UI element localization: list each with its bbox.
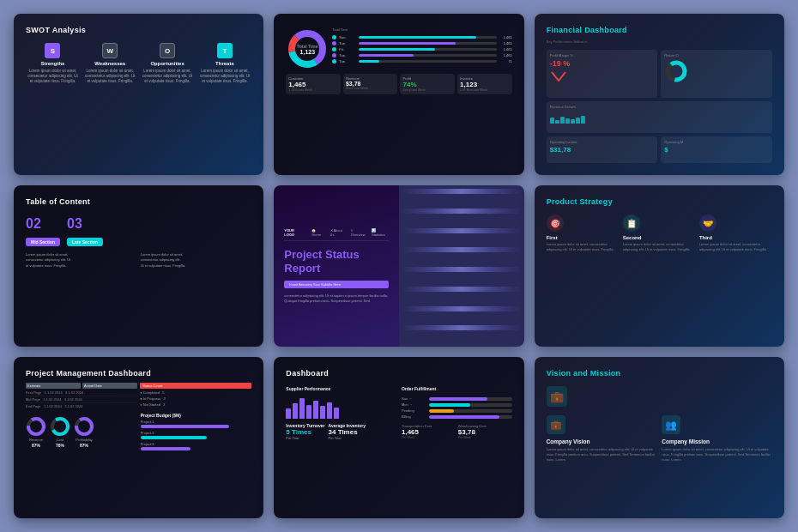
financial-grid: Profit Margin % -19 % Return O Revenue G… <box>547 50 772 163</box>
bar-dot-3 <box>332 47 336 51</box>
prod-text-second: Lorem ipsum dolor sit amet, consectetur … <box>623 242 696 251</box>
arch-line-2 <box>402 209 521 214</box>
financial-slide: Financial Dashboard Key Performance Indi… <box>535 14 784 175</box>
swot-item-t: T Threats Lorem ipsum dolor sit amet, co… <box>197 43 251 84</box>
pm-donut-profit <box>74 416 94 437</box>
toc-section-2: 03 Late Section <box>67 216 103 249</box>
bar-track-5 <box>359 60 496 63</box>
kpi-profit-val: 74% <box>402 81 452 88</box>
pm-budget-bar-3: Project 3 <box>141 442 252 451</box>
toc-btn-mid: Mid Section <box>26 238 60 246</box>
revenue-chart <box>550 111 769 124</box>
prod-icon-second: 📋 <box>623 215 640 232</box>
order-bar-4: Billing <box>402 414 512 419</box>
swot-box-w: W <box>102 43 118 58</box>
bar-item-1: Sun. 1,465 <box>332 35 511 39</box>
bar-label-1: Sun. <box>339 35 356 39</box>
swot-grid: S Strengths Lorem ipsum dolor sit amet, … <box>26 43 251 84</box>
kpi-invoices-sub: 1.97 Mon Last Week <box>460 88 510 92</box>
arch-line-7 <box>402 306 521 311</box>
inv-turnover-val: 5 Times <box>286 428 324 436</box>
bar-label-4: Tue. <box>339 53 356 57</box>
vm-mission-text: Lorem ipsum dolor sit amet, consectetur … <box>662 447 772 462</box>
prod-item-first: 🎯 First Lorem ipsum dolor sit amet, cons… <box>547 215 620 251</box>
order-bar-2: Mon → <box>402 402 512 407</box>
toc-numbers: 02 Mid Section 03 Late Section <box>26 216 251 249</box>
fin-return: Return O <box>661 50 772 98</box>
rev-bar-7 <box>581 116 585 124</box>
arch-line-3 <box>402 228 521 233</box>
vm-top-icon: 💼 <box>547 386 567 407</box>
kpi-revenue: Revenue $3,78 Since Last Week <box>343 74 398 94</box>
ps-body-text: consectetur adipiscing elit. Ut et sapie… <box>284 293 389 304</box>
ps-nav-logo: YOUR LOGO <box>284 228 303 237</box>
vision-mission-slide: Vision and Mission 💼 💼 Company Vision Lo… <box>535 357 784 518</box>
pm-status-completed: ● Completed 5 <box>140 390 251 396</box>
pm-budget-fill-2 <box>141 436 208 439</box>
toc-body: Lorem ipsum dolor sit amet,consectetur a… <box>26 252 251 269</box>
profit-arrow-icon <box>550 68 567 85</box>
fin-return-label: Return O <box>664 53 769 57</box>
pm-budget-bar-2: Project 2 <box>141 431 252 440</box>
ps-left-panel: YOUR LOGO 🏠 Home ✕ About Us ≡ Overview 📊… <box>274 185 399 347</box>
fin-operating: Operating Income $31,78 <box>547 136 658 163</box>
swot-label-t: Threats <box>215 61 234 66</box>
pm-table-area: Estimate Actual Date First Page 1.1.02 2… <box>26 383 251 409</box>
arch-line-6 <box>402 287 521 292</box>
prod-label-first: First <box>547 235 558 240</box>
financial-title: Financial Dashboard <box>547 26 772 34</box>
ps-subtitle-btn: Insert Amazing Your Subtitle Here <box>284 281 389 288</box>
order-track-2 <box>429 403 512 407</box>
kpi-customer-sub: 1.11% Last Week <box>288 88 338 92</box>
arch-line-4 <box>402 247 521 252</box>
s-bar-4 <box>306 405 311 420</box>
rev-bar-3 <box>560 117 565 124</box>
bar-label-5: Tue. <box>339 59 356 63</box>
ps-nav-stats: 📊 Statistics <box>372 228 389 237</box>
order-fill-3 <box>429 409 454 413</box>
bar-fill-3 <box>359 48 434 51</box>
inv-turnover: Inventory Turnover 5 Times Per Year <box>286 423 324 440</box>
order-label-2: Mon → <box>402 402 427 407</box>
inv-turnover-sub: Per Year <box>286 436 324 440</box>
toc-num-1: 02 <box>26 216 60 232</box>
bar-track-3 <box>359 48 496 51</box>
warehouse-val: $3,78 <box>458 428 512 436</box>
pm-status-notstarted: ● Not Started 2 <box>140 402 251 408</box>
order-label-1: Sun → <box>402 396 427 401</box>
dashboard2-title: Dashboard <box>286 369 511 378</box>
bar-label-3: Fri. <box>339 47 356 51</box>
bar-fill-5 <box>359 60 379 63</box>
supplier-section: Supplier Performance Inventory Turnover … <box>286 386 396 440</box>
s-bar-2 <box>293 403 298 419</box>
pm-metric-cost: Cost 76% <box>50 416 70 448</box>
supplier-bars <box>286 393 396 419</box>
fin-revenue-growth: Revenue Growth <box>547 101 772 133</box>
vm-grid: 💼 Company Vision Lorem ipsum dolor sit a… <box>547 415 772 462</box>
order-bar-3: Pending <box>402 408 512 413</box>
toc-title: Table of Content <box>26 197 251 206</box>
bar-fill-1 <box>359 36 475 39</box>
order-track-4 <box>429 415 512 419</box>
swot-label-w: Weaknesses <box>94 61 125 66</box>
product-strategy-title: Product Strategy <box>547 197 772 206</box>
vm-mission-icon: 👥 <box>662 415 680 434</box>
pm-metric-cost-label: Cost <box>57 438 63 442</box>
toc-section-1: 02 Mid Section <box>26 216 60 249</box>
transport-row: Transportation Cost 1,465 Per Week Wareh… <box>402 424 512 439</box>
pm-title: Project Management Dashboard <box>26 369 251 378</box>
pm-donut-cost <box>50 416 70 437</box>
order-label-3: Pending <box>402 408 427 413</box>
dashboard2-slide: Dashboard Supplier Performance Inventory… <box>274 357 523 518</box>
financial-kpi-label: Key Performance Indicator <box>547 39 772 44</box>
s-bar-5 <box>313 401 318 419</box>
vm-mission-label: Company Mission <box>662 438 772 444</box>
pm-bottom: Revenue 87% Cost 76% Profitability 87% <box>26 413 251 451</box>
kpi-revenue-val: $3,78 <box>346 81 396 87</box>
fin-operating-val: $31,78 <box>550 146 655 154</box>
vm-title: Vision and Mission <box>547 369 772 378</box>
kpi-profit-sub: Every Last Week <box>402 88 452 92</box>
warehouse-cost: Warehousing Cost $3,78 Per Week <box>458 424 512 439</box>
pm-metric-profit-label: Profitability <box>76 438 93 442</box>
bar-fill-2 <box>359 42 455 45</box>
